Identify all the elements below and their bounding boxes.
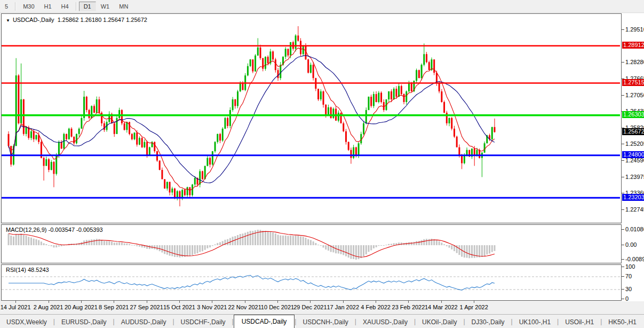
macd-histogram-bar — [250, 231, 251, 245]
timeframe-button-5[interactable]: 5 — [0, 2, 13, 11]
rsi-panel[interactable]: RSI(14) 48.5243 — [1, 264, 622, 301]
macd-histogram-bar — [489, 245, 490, 254]
macd-histogram-bar — [443, 244, 445, 245]
candle — [338, 111, 339, 122]
tab-eurusd[interactable]: EURUSD-,Daily — [55, 316, 113, 328]
candle — [187, 186, 188, 197]
axis-tick-mark — [622, 62, 624, 63]
candle — [423, 43, 425, 66]
macd-histogram-bar — [466, 245, 468, 258]
date-label: 4 Feb 2022 — [361, 304, 391, 310]
tab-audusd[interactable]: AUDUSD-,Daily — [115, 316, 173, 328]
macd-histogram-bar — [217, 243, 218, 245]
candle — [380, 91, 382, 104]
timeframe-button-h1[interactable]: H1 — [39, 2, 57, 11]
timeframe-button-h4[interactable]: H4 — [57, 2, 74, 11]
macd-histogram-bar — [335, 245, 337, 253]
macd-histogram-bar — [292, 236, 294, 245]
candle — [83, 91, 85, 121]
candle — [418, 69, 420, 78]
macd-histogram-bar — [267, 231, 269, 245]
candle — [121, 109, 123, 125]
macd-histogram-bar — [242, 233, 243, 245]
macd-histogram-bar — [277, 235, 279, 245]
chart-symbol: USDCAD-,Daily — [13, 17, 54, 23]
macd-histogram-bar — [272, 232, 274, 245]
macd-histogram-bar — [426, 239, 427, 245]
candle — [416, 68, 417, 83]
macd-histogram-bar — [139, 245, 140, 247]
candle — [86, 96, 88, 112]
macd-histogram-bar — [479, 245, 480, 257]
price-axis[interactable]: 1.295101.282801.276651.270501.264351.258… — [622, 13, 644, 301]
timeframe-button-d1[interactable]: D1 — [79, 2, 96, 11]
macd-label: MACD(12,26,9) -0.003547 -0.005393 — [6, 227, 103, 233]
macd-histogram-bar — [177, 245, 178, 257]
date-label: 14 Jul 2021 — [1, 304, 31, 310]
tab-hk50[interactable]: HK50-,H1 — [602, 316, 643, 328]
tab-usdcad[interactable]: USDCAD-,Daily — [234, 315, 295, 328]
date-tick-mark — [49, 301, 49, 303]
rsi-chart — [2, 265, 620, 299]
price-badge: 1.25672 — [622, 128, 644, 135]
macd-histogram-bar — [380, 245, 382, 246]
tab-xauusd[interactable]: XAUUSD-,Daily — [356, 316, 414, 328]
candle — [159, 160, 161, 170]
axis-tick-mark — [622, 144, 624, 144]
tab-ukoil[interactable]: UKOil-,Daily — [416, 316, 463, 328]
tab-usoil[interactable]: USOil-,H1 — [559, 316, 600, 328]
macd-max-label: 0.010869 — [625, 226, 644, 232]
date-tick-mark — [343, 301, 344, 303]
candle — [134, 132, 136, 140]
candle — [164, 179, 165, 189]
timeframe-button-m30[interactable]: M30 — [18, 2, 39, 11]
candlestick-chart[interactable] — [2, 14, 620, 222]
readout-high: 1.26180 — [81, 17, 102, 23]
tab-dj30[interactable]: DJ30-,Daily — [465, 316, 511, 328]
candle — [428, 61, 430, 71]
macd-histogram-bar — [131, 245, 133, 245]
candle — [491, 127, 493, 140]
timeframe-button-w1[interactable]: W1 — [96, 2, 115, 11]
macd-histogram-bar — [423, 239, 425, 245]
tab-usdchf[interactable]: USDCHF-,Daily — [174, 316, 232, 328]
candle — [370, 95, 372, 108]
macd-histogram-bar — [209, 245, 211, 247]
candle — [250, 59, 251, 67]
date-axis[interactable]: 14 Jul 20212 Aug 202120 Aug 20218 Sep 20… — [1, 301, 622, 314]
tab-uk100[interactable]: UK100-,H1 — [513, 316, 557, 328]
candle — [234, 99, 236, 108]
date-tick-mark — [408, 301, 409, 303]
candle — [393, 87, 395, 100]
tab-usdx[interactable]: USDX,Weekly — [0, 316, 53, 328]
candle — [154, 142, 155, 153]
axis-tick-mark — [622, 229, 624, 230]
candle — [68, 128, 70, 139]
main-chart-panel[interactable]: ▼USDCAD-,Daily 1.25862 1.26180 1.25647 1… — [1, 13, 622, 223]
macd-histogram-bar — [421, 240, 423, 245]
candle — [96, 97, 98, 114]
toolbar-separator — [76, 2, 77, 11]
axis-tick-mark — [622, 29, 624, 30]
candle — [340, 113, 342, 123]
candle — [310, 63, 312, 73]
tab-usdcnh[interactable]: USDCNH-,Daily — [296, 316, 354, 328]
macd-histogram-bar — [484, 245, 486, 256]
macd-panel[interactable]: MACD(12,26,9) -0.003547 -0.005393 — [1, 224, 622, 263]
axis-tick-mark — [622, 177, 624, 177]
macd-histogram-bar — [156, 245, 158, 250]
timeframe-button-mn[interactable]: MN — [114, 2, 133, 11]
candle — [320, 89, 322, 101]
macd-histogram-bar — [227, 239, 228, 245]
date-label: 27 Sep 2021 — [130, 304, 163, 310]
candle — [73, 137, 75, 145]
macd-histogram-bar — [368, 245, 369, 252]
macd-histogram-bar — [428, 239, 430, 245]
candle — [277, 68, 279, 81]
chart-dropdown-icon[interactable]: ▼ — [6, 18, 10, 23]
candle — [61, 140, 62, 149]
readout-open: 1.25862 — [58, 17, 79, 23]
price-tick-label: 1.25205 — [625, 140, 644, 147]
macd-histogram-bar — [343, 245, 344, 255]
macd-histogram-bar — [458, 245, 460, 255]
